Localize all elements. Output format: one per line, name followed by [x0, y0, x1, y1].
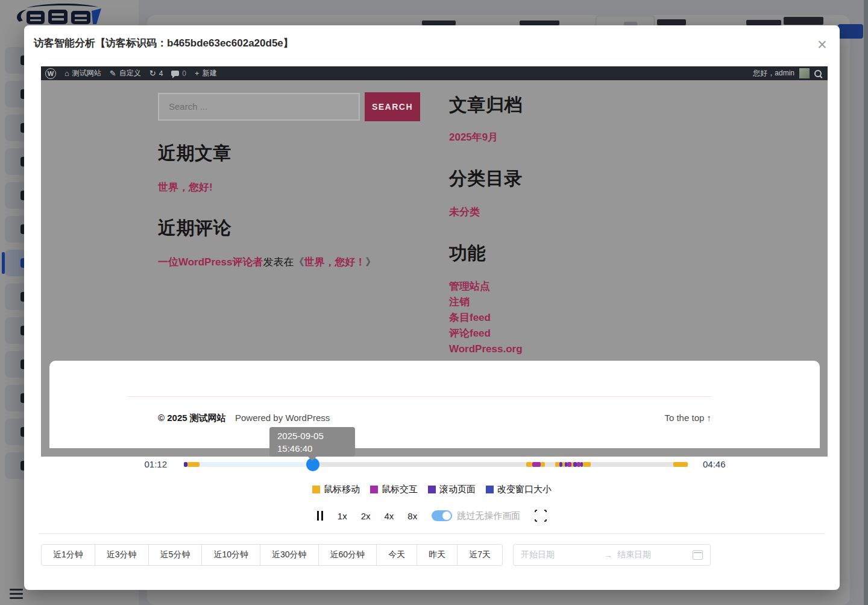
wpbar-new: + 新建: [195, 68, 217, 78]
legend-swatch: [486, 486, 494, 493]
start-date-input[interactable]: 开始日期: [521, 550, 599, 560]
updates-icon: ↻: [149, 69, 156, 77]
category-link: 未分类: [449, 205, 480, 219]
close-icon[interactable]: ×: [811, 34, 833, 55]
legend-item: 鼠标移动: [312, 484, 360, 495]
event-legend: 鼠标移动鼠标交互滚动页面改变窗口大小: [24, 484, 840, 495]
quick-filter-button[interactable]: 近1分钟: [41, 544, 95, 566]
modal-divider: [39, 533, 825, 534]
quick-filter-button[interactable]: 近7天: [457, 544, 503, 566]
tooltip-date: 2025-09-05: [277, 429, 355, 442]
meta-heading: 功能: [449, 241, 486, 266]
timeline-event-mark: [187, 462, 200, 467]
footer-powered-link: Powered by WordPress: [235, 413, 330, 423]
speed-button[interactable]: 2x: [361, 511, 371, 521]
legend-item: 滚动页面: [428, 484, 476, 495]
tooltip-time: 15:46:40: [277, 442, 355, 455]
timeline-event-mark: [541, 462, 545, 467]
timeline-played: [184, 462, 313, 467]
recent-comments-heading: 近期评论: [158, 216, 231, 241]
speed-button[interactable]: 8x: [407, 511, 417, 521]
speed-button[interactable]: 4x: [385, 511, 394, 521]
pencil-icon: ✎: [110, 69, 116, 77]
meta-links: 管理站点注销条目feed评论feedWordPress.org: [449, 279, 523, 357]
speed-buttons: 1x2x4x8x: [338, 511, 417, 521]
wpbar-customize-link: ✎ 自定义: [110, 68, 141, 78]
meta-link: WordPress.org: [449, 341, 523, 357]
quick-filter-button[interactable]: 今天: [376, 544, 417, 566]
skip-inactive-label: 跳过无操作画面: [457, 510, 520, 522]
archive-link: 2025年9月: [449, 130, 498, 144]
total-time-label: 04:46: [703, 459, 726, 469]
legend-item: 鼠标交互: [370, 484, 418, 495]
footer-copyright: © 2025 测试网站: [158, 413, 226, 424]
wpbar-greeting: 您好，admin: [753, 68, 794, 78]
recent-comment-line: 一位WordPress评论者发表在《世界，您好！》: [158, 255, 376, 269]
current-time-label: 01:12: [127, 459, 167, 469]
quick-range-filters: 近1分钟近3分钟近5分钟近10分钟近30分钟近60分钟今天昨天近7天: [41, 544, 503, 566]
replayed-search-input: Search ...: [158, 93, 360, 121]
comment-icon: [171, 71, 179, 76]
footer-divider: [128, 396, 711, 397]
search-icon: [814, 70, 822, 77]
meta-link: 管理站点: [449, 279, 523, 294]
screen: 访客智能分析【访客标识码：b465bde63ec602a20d5e】 × W ⌂…: [0, 0, 868, 605]
quick-filter-button[interactable]: 近10分钟: [201, 544, 260, 566]
home-icon: ⌂: [64, 69, 69, 77]
archives-heading: 文章归档: [449, 93, 523, 118]
wp-admin-bar: W ⌂ 测试网站 ✎ 自定义 ↻ 4 0: [41, 66, 828, 80]
search-placeholder: Search ...: [169, 101, 207, 112]
quick-filter-button[interactable]: 近5分钟: [148, 544, 203, 566]
timeline-track[interactable]: [184, 462, 688, 467]
wpbar-updates: ↻ 4: [149, 69, 163, 78]
end-date-input[interactable]: 结束日期: [617, 550, 688, 560]
quick-filter-button[interactable]: 昨天: [417, 544, 458, 566]
plus-icon: +: [195, 69, 200, 77]
timeline-event-mark: [673, 462, 688, 467]
avatar: [799, 68, 810, 78]
pause-button[interactable]: [317, 511, 323, 521]
recent-post-link: 世界，您好!: [158, 180, 213, 194]
legend-item: 改变窗口大小: [486, 484, 552, 495]
categories-heading: 分类目录: [449, 166, 523, 191]
playhead-tooltip: 2025-09-05 15:46:40: [269, 427, 355, 457]
quick-filter-button[interactable]: 近60分钟: [318, 544, 377, 566]
meta-link: 注销: [449, 294, 523, 310]
timeline-event-mark: [583, 462, 591, 467]
timeline-event-mark: [532, 462, 541, 467]
legend-swatch: [312, 486, 320, 493]
quick-filter-button[interactable]: 近30分钟: [260, 544, 319, 566]
session-replay-viewport: W ⌂ 测试网站 ✎ 自定义 ↻ 4 0: [41, 66, 828, 457]
visitor-analysis-modal: 访客智能分析【访客标识码：b465bde63ec602a20d5e】 × W ⌂…: [24, 25, 840, 590]
meta-link: 条目feed: [449, 310, 523, 326]
recent-posts-heading: 近期文章: [158, 141, 231, 166]
replayed-page-footer: © 2025 测试网站 Powered by WordPress To the …: [49, 361, 820, 448]
footer-totop-link: To the top ↑: [664, 413, 711, 423]
modal-title: 访客智能分析【访客标识码：b465bde63ec602a20d5e】: [34, 36, 294, 50]
legend-swatch: [428, 486, 436, 493]
legend-swatch: [370, 486, 378, 493]
calendar-icon: [693, 550, 703, 560]
speed-button[interactable]: 1x: [338, 511, 347, 521]
wordpress-logo-icon: W: [45, 68, 56, 79]
replayed-search-button: SEARCH: [365, 92, 420, 121]
timeline-event-mark: [555, 462, 559, 467]
meta-link: 评论feed: [449, 326, 523, 341]
date-range-picker[interactable]: 开始日期 → 结束日期: [513, 544, 711, 566]
timeline-event-mark: [567, 462, 571, 467]
quick-filter-button[interactable]: 近3分钟: [95, 544, 149, 566]
fullscreen-icon[interactable]: [535, 510, 547, 522]
skip-inactive-toggle[interactable]: [432, 510, 452, 521]
player-controls: 1x2x4x8x 跳过无操作画面: [24, 510, 840, 522]
range-arrow-icon: →: [604, 550, 612, 560]
wpbar-site-link: ⌂ 测试网站: [64, 68, 101, 78]
wpbar-comments: 0: [171, 69, 186, 78]
timeline-event-mark: [526, 462, 532, 467]
